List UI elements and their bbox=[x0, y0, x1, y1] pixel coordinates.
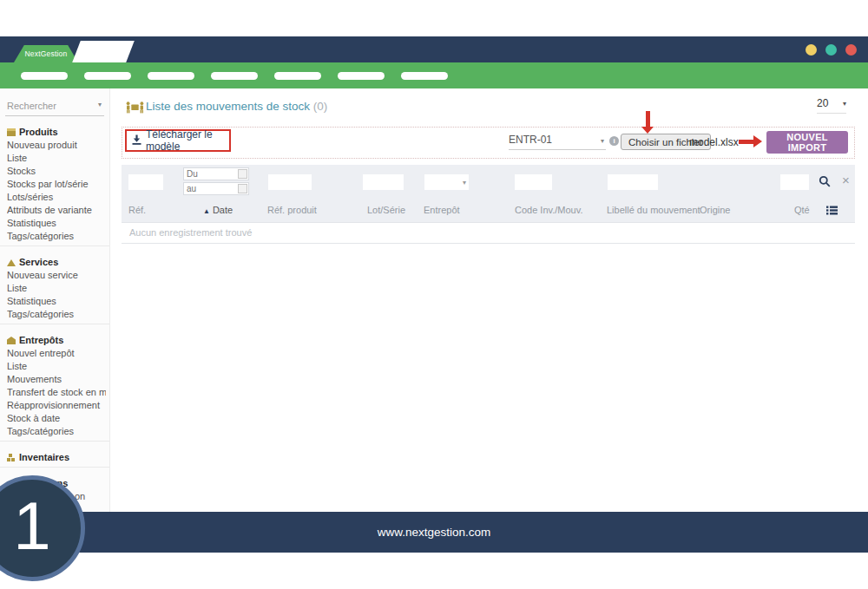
nav-item-redacted[interactable] bbox=[211, 72, 258, 80]
app-window: NextGestion Rechercher ▾ ProduitsNouveau… bbox=[0, 0, 868, 589]
download-template-button[interactable]: Télécharger le modèle bbox=[125, 129, 231, 152]
footer-bar: www.nextgestion.com bbox=[0, 512, 868, 553]
column-settings-icon[interactable] bbox=[826, 203, 838, 219]
column-header[interactable]: Entrepôt bbox=[424, 205, 460, 215]
nav-item-redacted[interactable] bbox=[338, 72, 385, 80]
sidebar-item[interactable]: Statistiques bbox=[7, 217, 106, 230]
sidebar-item[interactable]: Liste bbox=[7, 282, 106, 295]
sidebar-item[interactable]: Stocks par lot/série bbox=[7, 178, 106, 191]
sidebar-section-title: Services bbox=[7, 256, 106, 269]
brand-tab[interactable]: NextGestion bbox=[14, 45, 78, 62]
sidebar-item[interactable]: Statistiques bbox=[7, 295, 106, 308]
annotation-arrow-right-head bbox=[753, 135, 762, 147]
package-icon bbox=[7, 128, 16, 136]
nav-item-redacted[interactable] bbox=[274, 72, 321, 80]
annotation-arrow-down-head bbox=[641, 127, 654, 134]
sidebar-item[interactable]: Stock à date bbox=[7, 412, 106, 425]
warehouse-select-value: ENTR-01 bbox=[509, 134, 552, 146]
table-filter-header: ▾ × Réf.▲DateRéf. produitLot/SérieEntrep… bbox=[122, 165, 855, 222]
page-title-text: Liste des mouvements de stock bbox=[146, 100, 310, 113]
movers-icon bbox=[126, 101, 144, 117]
sidebar-section-title: Entrepôts bbox=[7, 334, 106, 347]
record-count: (0) bbox=[313, 100, 328, 113]
chevron-down-icon: ▾ bbox=[98, 101, 102, 108]
download-template-label: Télécharger le modèle bbox=[146, 128, 229, 153]
sidebar-item[interactable]: Nouveau produit bbox=[7, 139, 106, 152]
filter-label-input[interactable] bbox=[608, 174, 658, 190]
inventory-icon bbox=[7, 454, 16, 461]
annotation-arrow-down bbox=[646, 111, 650, 128]
sidebar-search-select[interactable]: Rechercher ▾ bbox=[5, 99, 104, 116]
chevron-down-icon: ▾ bbox=[843, 100, 846, 108]
sidebar-section-title: Inventaires bbox=[7, 451, 106, 464]
column-header[interactable]: Code Inv./Mouv. bbox=[515, 205, 582, 215]
sidebar-item[interactable]: Liste bbox=[7, 152, 106, 165]
sidebar-item[interactable]: Liste bbox=[7, 360, 106, 373]
clear-filters-icon[interactable]: × bbox=[837, 172, 855, 188]
sidebar-item[interactable]: Stocks bbox=[7, 165, 106, 178]
redacted-tab bbox=[72, 41, 135, 62]
sidebar-item[interactable]: Tags/catégories bbox=[7, 230, 106, 243]
sidebar-item[interactable]: Attributs de variante bbox=[7, 204, 106, 217]
warehouse-icon bbox=[7, 337, 16, 344]
page-size-value: 20 bbox=[817, 97, 828, 109]
sidebar-item[interactable]: Réapprovisionnement bbox=[7, 399, 106, 412]
sidebar-item[interactable]: Tags/catégories bbox=[7, 308, 106, 321]
movements-table: ▾ × Réf.▲DateRéf. produitLot/SérieEntrep… bbox=[122, 165, 855, 244]
nav-item-redacted[interactable] bbox=[84, 72, 131, 80]
filter-warehouse-select[interactable]: ▾ bbox=[424, 174, 469, 190]
page-title: Liste des mouvements de stock (0) bbox=[146, 100, 327, 113]
filter-code-input[interactable] bbox=[515, 174, 552, 190]
bell-icon bbox=[7, 259, 16, 266]
new-import-button[interactable]: NOUVEL IMPORT bbox=[766, 131, 848, 154]
calendar-icon[interactable] bbox=[238, 184, 247, 193]
filter-date-to[interactable] bbox=[183, 182, 249, 195]
sidebar-item[interactable]: Tags/catégories bbox=[7, 425, 106, 438]
chevron-down-icon: ▾ bbox=[601, 137, 604, 145]
column-header[interactable]: Libellé du mouvement bbox=[607, 205, 700, 215]
chevron-down-icon: ▾ bbox=[463, 179, 466, 187]
filter-product-ref-input[interactable] bbox=[268, 174, 312, 190]
date-to-input[interactable] bbox=[185, 183, 233, 193]
annotation-arrow-right bbox=[739, 140, 754, 144]
page-size-select[interactable]: 20 ▾ bbox=[817, 97, 846, 114]
warehouse-select[interactable]: ENTR-01 ▾ bbox=[509, 134, 606, 150]
info-icon[interactable]: i bbox=[609, 136, 619, 146]
column-header[interactable]: Qté bbox=[794, 205, 810, 215]
sidebar-section-title: Produits bbox=[7, 126, 106, 139]
filter-ref-input[interactable] bbox=[128, 174, 163, 190]
sidebar: Rechercher ▾ ProduitsNouveau produitList… bbox=[0, 88, 110, 512]
sort-asc-icon: ▲ bbox=[203, 207, 210, 215]
filter-date-from[interactable] bbox=[183, 167, 249, 180]
sidebar-item[interactable]: Mouvements bbox=[7, 373, 106, 386]
search-icon[interactable] bbox=[819, 175, 831, 190]
date-from-input[interactable] bbox=[185, 168, 233, 179]
calendar-icon[interactable] bbox=[238, 169, 247, 179]
sidebar-sections: ProduitsNouveau produitListeStocksStocks… bbox=[0, 126, 109, 506]
column-header[interactable]: Origine bbox=[700, 205, 730, 215]
sidebar-item[interactable]: Nouveau service bbox=[7, 269, 106, 282]
nav-item-redacted[interactable] bbox=[401, 72, 448, 80]
sidebar-item[interactable]: Lots/séries bbox=[7, 191, 106, 204]
main-nav-bar bbox=[0, 62, 868, 88]
search-placeholder: Rechercher bbox=[7, 101, 56, 111]
filter-qty-input[interactable] bbox=[780, 174, 809, 190]
footer-url: www.nextgestion.com bbox=[378, 526, 491, 539]
sidebar-item[interactable]: Transfert de stock en ma... bbox=[7, 386, 106, 399]
status-dot-yellow bbox=[806, 44, 817, 56]
annotation-step-number: 1 bbox=[13, 492, 50, 560]
column-header[interactable]: Lot/Série bbox=[367, 205, 405, 215]
nav-item-redacted[interactable] bbox=[148, 72, 194, 80]
sidebar-section: Inventaires bbox=[0, 451, 109, 468]
download-icon bbox=[132, 133, 141, 148]
column-header[interactable]: ▲Date bbox=[203, 205, 233, 215]
filter-lot-input[interactable] bbox=[363, 174, 404, 190]
sidebar-section: EntrepôtsNouvel entrepôtListeMouvementsT… bbox=[0, 334, 109, 442]
sidebar-item[interactable]: Nouvel entrepôt bbox=[7, 347, 106, 360]
column-header[interactable]: Réf. produit bbox=[267, 205, 317, 215]
filter-date-range bbox=[183, 167, 249, 197]
empty-state-message: Aucun enregistrement trouvé bbox=[122, 222, 855, 244]
status-dot-red bbox=[845, 44, 857, 56]
nav-item-redacted[interactable] bbox=[21, 72, 68, 80]
column-header[interactable]: Réf. bbox=[128, 205, 146, 215]
